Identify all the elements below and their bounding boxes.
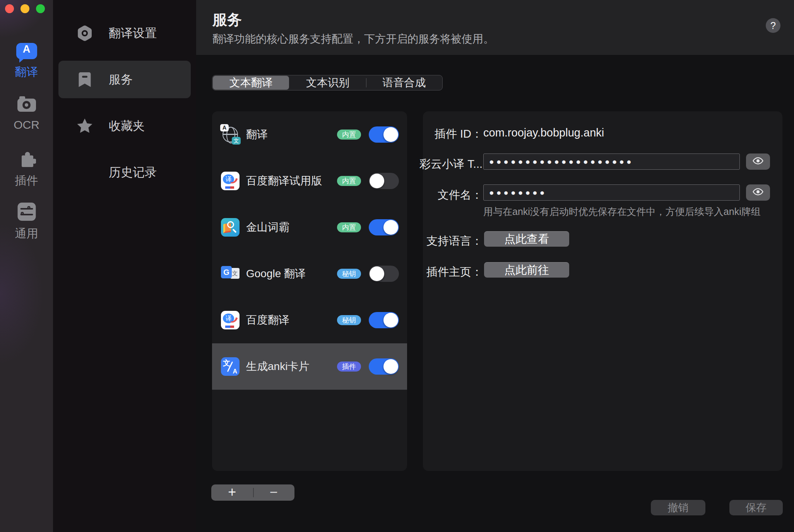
eye-icon <box>752 155 764 168</box>
service-row-baidu[interactable]: 译 百度翻译 秘钥 <box>212 297 407 343</box>
remove-service-button[interactable]: − <box>253 484 295 501</box>
filename-hint: 用与在anki没有启动时优先保存在文件中，方便后续导入anki牌组 <box>483 205 761 218</box>
plugin-id-label: 插件 ID： <box>366 126 483 142</box>
nut-icon <box>75 24 94 43</box>
add-service-button[interactable]: + <box>211 484 253 501</box>
service-name: 百度翻译 <box>246 313 289 327</box>
traffic-lights <box>5 4 45 13</box>
goto-homepage-button[interactable]: 点此前往 <box>484 262 569 278</box>
service-name: 百度翻译试用版 <box>246 174 322 188</box>
service-toggle[interactable] <box>369 219 399 235</box>
close-button[interactable] <box>5 4 14 13</box>
sidebar-item-label: 翻译设置 <box>109 25 157 41</box>
save-button[interactable]: 保存 <box>729 500 783 515</box>
service-name: 金山词霸 <box>246 220 289 235</box>
sidebar-item-label: 翻译 <box>0 64 53 80</box>
undo-button[interactable]: 撤销 <box>651 500 705 515</box>
google-translate-icon: 文G <box>221 264 240 283</box>
iciba-icon <box>221 218 240 237</box>
sidebar-item-label: OCR <box>0 118 53 131</box>
camera-icon <box>17 99 36 112</box>
sidebar-item-label: 收藏夹 <box>109 118 145 134</box>
reveal-token-button[interactable] <box>746 153 770 170</box>
service-name: 生成anki卡片 <box>246 359 309 374</box>
service-badge: 内置 <box>337 176 361 186</box>
baidu-translate-icon: 译 <box>221 172 240 190</box>
reveal-filename-button[interactable] <box>746 184 770 201</box>
service-toggle[interactable] <box>369 358 399 375</box>
service-badge: 内置 <box>337 130 361 140</box>
plugin-id-value: com.roojay.bobplug.anki <box>483 126 604 139</box>
service-badge: 内置 <box>337 222 361 232</box>
service-badge: 秘钥 <box>337 269 361 279</box>
sidebar-item-label: 服务 <box>109 72 133 88</box>
supported-languages-label: 支持语言： <box>366 234 483 249</box>
baidu-translate-icon: 译 <box>221 311 240 329</box>
bookmark-icon <box>75 70 94 89</box>
sidebar-item-label: 通用 <box>0 226 53 242</box>
service-type-tabs: 文本翻译 文本识别 语音合成 <box>212 75 443 90</box>
secondary-sidebar: 翻译设置 服务 收藏夹 历史记录 <box>53 0 196 532</box>
sidebar-item-translate-settings[interactable]: 翻译设置 <box>58 14 191 52</box>
filename-input[interactable]: ●●●●●●●● <box>483 184 740 201</box>
sidebar-item-history[interactable]: 历史记录 <box>58 153 191 191</box>
list-edit-control: + − <box>211 484 294 501</box>
service-toggle[interactable] <box>369 173 399 189</box>
tab-speech-synthesis[interactable]: 语音合成 <box>366 75 442 90</box>
service-badge: 秘钥 <box>337 315 361 325</box>
service-name: 翻译 <box>246 127 268 142</box>
caiyun-token-input[interactable]: ●●●●●●●●●●●●●●●●●●●● <box>483 153 740 170</box>
eye-icon <box>752 186 764 199</box>
help-button[interactable]: ? <box>766 18 780 33</box>
filename-label: 文件名： <box>366 188 483 203</box>
page-header: 服务 翻译功能的核心服务支持配置，下方开启的服务将被使用。 <box>196 0 794 55</box>
primary-sidebar: A 翻译 OCR 插件 通用 <box>0 0 53 532</box>
clock-icon <box>75 163 94 182</box>
star-icon <box>75 117 94 135</box>
tab-text-translate[interactable]: 文本翻译 <box>213 76 289 90</box>
minimize-button[interactable] <box>21 4 29 13</box>
sliders-icon <box>17 203 36 221</box>
page-subtitle: 翻译功能的核心服务支持配置，下方开启的服务将被使用。 <box>212 32 494 46</box>
question-mark-icon: ? <box>770 20 776 31</box>
sidebar-item-label: 插件 <box>0 173 53 189</box>
plugin-homepage-label: 插件主页： <box>366 264 483 280</box>
view-languages-button[interactable]: 点此查看 <box>484 231 569 247</box>
translate-bubble-icon: A <box>16 43 37 59</box>
puzzle-icon <box>17 149 36 168</box>
service-toggle[interactable] <box>369 312 399 328</box>
bob-preferences-window: A 翻译 OCR 插件 通用 <box>0 0 794 532</box>
page-title: 服务 <box>212 10 242 30</box>
sidebar-item-label: 历史记录 <box>109 164 157 181</box>
bob-translate-icon: A文 <box>221 125 240 144</box>
anki-plugin-icon: 文A <box>221 357 240 376</box>
tab-text-recognition[interactable]: 文本识别 <box>289 75 366 90</box>
zoom-button[interactable] <box>36 4 45 13</box>
service-name: Google 翻译 <box>246 266 306 281</box>
service-detail-panel: 插件 ID： com.roojay.bobplug.anki 彩云小译 T...… <box>423 111 782 471</box>
sidebar-item-services[interactable]: 服务 <box>58 61 191 98</box>
caiyun-token-label: 彩云小译 T... <box>366 157 483 172</box>
sidebar-item-favorites[interactable]: 收藏夹 <box>58 107 191 145</box>
service-badge: 插件 <box>337 361 361 372</box>
service-row-anki-plugin[interactable]: 文A 生成anki卡片 插件 <box>212 343 407 390</box>
